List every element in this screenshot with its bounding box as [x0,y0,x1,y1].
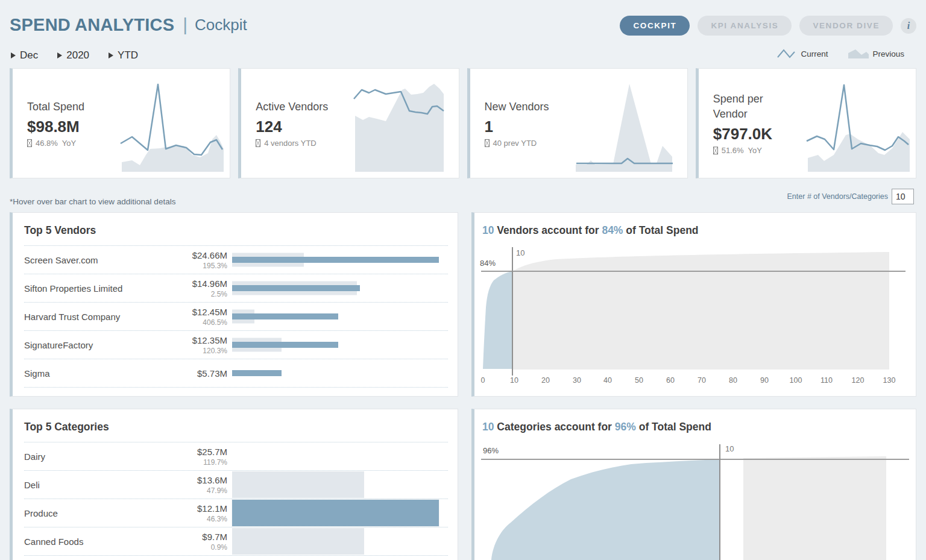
app-title: SPEND ANALYTICS | Cockpit [10,14,247,35]
triangle-icon [109,52,113,58]
vendor-name: Sifton Properties Limited [24,283,122,294]
previous-bar[interactable] [232,528,364,555]
current-bar[interactable] [232,285,360,291]
category-yoy: 46.3% [169,514,227,524]
kpi-value: $797.0K [713,125,789,143]
topn-control: Enter # of Vendors/Categories [787,189,914,204]
active-vendors-sparkline [347,74,453,174]
current-bar[interactable] [232,342,338,348]
category-bars [232,471,446,499]
trend-legend: Current Previous [776,48,904,59]
vendor-name: Sigma [24,368,50,379]
x-tick: 0 [481,376,485,385]
month-filter[interactable]: Dec [11,49,38,61]
categories-pareto-chart[interactable] [477,438,912,560]
new-vendors-sparkline [576,74,681,174]
kpi-label: New Vendors [485,99,549,114]
vendor-value: $12.45M [169,306,227,318]
pct-reference-label: 96% [483,446,499,455]
topn-input-label: Enter # of Vendors/Categories [787,192,888,201]
filter-bar: Dec 2020 YTD [11,49,138,61]
category-name: Produce [24,508,58,518]
vendors-pareto-panel: 10 Vendors account for 84% of Total Spen… [471,212,916,397]
kpi-label: Total Spend [27,99,84,114]
pct-reference-label: 84% [480,259,496,268]
info-icon[interactable]: i [901,18,916,34]
vendors-share-pct: 84% [602,224,623,236]
hover-hint-note: *Hover over bar chart to view additional… [10,197,175,206]
top-vendors-panel: Top 5 Vendors Screen Saver.com $24.66M 1… [10,212,458,397]
category-bars [232,499,446,527]
kpi-value: 1 [485,118,549,136]
title-divider: | [183,14,187,35]
vendor-name: SignatureFactory [24,340,93,350]
vendor-yoy: 406.5% [169,318,227,327]
x-tick: 130 [883,376,896,385]
current-bar[interactable] [232,370,282,376]
missing-glyph-icon [27,139,32,147]
category-value: $12.1M [169,503,227,514]
current-bar[interactable] [232,313,338,319]
category-yoy: 47.9% [169,486,227,496]
vendor-value: $12.35M [169,335,227,346]
category-row[interactable]: Produce $12.1M 46.3% [24,499,448,527]
period-filter[interactable]: YTD [109,49,138,61]
vendor-row[interactable]: Screen Saver.com $24.66M 195.3% [24,246,448,274]
triangle-icon [57,52,62,58]
kpi-value: 124 [256,118,328,136]
top-categories-panel: Top 5 Categories Dairy $25.7M 119.7% Del… [10,409,458,560]
vendor-value: $24.66M [169,250,227,261]
kpi-label: Active Vendors [256,99,328,114]
vendor-row[interactable]: Sifton Properties Limited $14.96M 2.5% [24,274,448,303]
kpi-card-active-vendors: Active Vendors 124 4 vendors YTD [238,68,459,178]
vendors-x-axis: 0 10 20 30 40 50 60 70 80 90 100 110 120… [474,376,916,386]
vendors-pareto-chart[interactable] [477,242,907,380]
vendor-bars [232,303,446,330]
tab-cockpit[interactable]: COCKPIT [620,16,690,36]
vendor-name: Screen Saver.com [24,255,98,265]
vendor-row[interactable]: Harvard Trust Company $12.45M 406.5% [24,303,448,331]
kpi-delta-text: 51.6% YoY [722,146,762,155]
legend-previous-label: Previous [872,49,904,58]
category-yoy: 119.7% [169,458,227,467]
category-value: $9.7M [169,531,227,543]
category-bars [232,527,446,555]
missing-glyph-icon [485,139,490,147]
vendors-count: 10 [482,224,494,236]
tab-vendor-dive[interactable]: VENDOR DIVE [799,16,893,36]
x-tick: 30 [573,376,581,385]
kpi-delta-text: 46.8% YoY [36,139,76,148]
category-row[interactable]: Deli $13.6M 47.9% [24,471,448,499]
vendor-row[interactable]: Sigma $5.73M [24,359,448,388]
top-categories-table: Dairy $25.7M 119.7% Deli $13.6M 47.9% Pr… [24,442,448,556]
previous-bar[interactable] [232,471,364,498]
kpi-card-row: Total Spend $98.8M 46.8% YoY Active Vend… [10,68,916,178]
category-yoy: 0.9% [169,543,227,552]
x-tick: 120 [852,376,865,385]
nav-tabs: COCKPIT KPI ANALYSIS VENDOR DIVE i [620,16,916,36]
vendor-yoy: 2.5% [169,289,227,299]
category-row[interactable]: Dairy $25.7M 119.7% [24,442,448,471]
tab-kpi-analysis[interactable]: KPI ANALYSIS [698,16,792,36]
current-bar[interactable] [232,257,439,263]
x-tick: 60 [666,376,675,385]
vendor-bars [232,246,446,274]
year-filter[interactable]: 2020 [57,49,89,61]
marker-label: 10 [725,444,734,453]
x-tick: 110 [820,376,833,385]
vendor-bars [232,274,446,302]
x-tick: 100 [790,376,802,385]
vendor-bars [232,331,446,359]
triangle-icon [11,52,16,58]
topn-input[interactable] [892,189,914,204]
vendor-row[interactable]: SignatureFactory $12.35M 120.3% [24,331,448,359]
x-tick: 70 [698,376,706,385]
spend-per-vendor-sparkline [804,74,910,174]
vendor-value: $5.73M [169,368,227,379]
current-line-icon [776,48,797,59]
current-bar[interactable] [232,500,439,526]
vendor-bars [232,359,446,387]
vendor-name: Harvard Trust Company [24,312,120,322]
category-row[interactable]: Canned Foods $9.7M 0.9% [24,527,448,556]
category-value: $13.6M [169,474,227,486]
